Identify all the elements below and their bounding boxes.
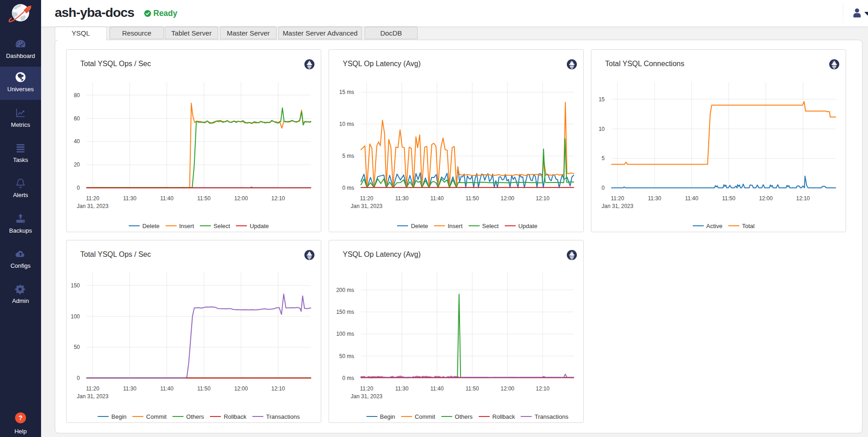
svg-text:12:00: 12:00 bbox=[234, 385, 248, 392]
svg-text:12:10: 12:10 bbox=[796, 195, 810, 202]
svg-text:150 ms: 150 ms bbox=[336, 309, 354, 315]
svg-text:11:40: 11:40 bbox=[160, 385, 173, 392]
svg-text:11:30: 11:30 bbox=[648, 195, 661, 202]
svg-text:50: 50 bbox=[74, 344, 80, 350]
svg-text:11:30: 11:30 bbox=[123, 385, 136, 392]
svg-text:12:10: 12:10 bbox=[536, 385, 549, 392]
svg-text:11:50: 11:50 bbox=[197, 385, 210, 392]
svg-text:15 ms: 15 ms bbox=[339, 89, 354, 95]
svg-text:60: 60 bbox=[74, 115, 80, 122]
svg-text:12:10: 12:10 bbox=[271, 195, 285, 202]
svg-text:11:20: 11:20 bbox=[360, 195, 373, 202]
svg-text:100 ms: 100 ms bbox=[336, 331, 354, 337]
svg-text:11:40: 11:40 bbox=[430, 385, 444, 392]
svg-text:20: 20 bbox=[74, 161, 80, 168]
svg-text:10 ms: 10 ms bbox=[339, 121, 354, 127]
svg-text:?: ? bbox=[19, 414, 23, 421]
svg-text:11:30: 11:30 bbox=[123, 195, 136, 202]
svg-text:12:00: 12:00 bbox=[501, 195, 514, 202]
svg-text:11:50: 11:50 bbox=[465, 195, 479, 202]
svg-text:100: 100 bbox=[71, 313, 80, 320]
svg-text:11:40: 11:40 bbox=[160, 195, 173, 202]
svg-text:Jan 31, 2023: Jan 31, 2023 bbox=[77, 393, 109, 400]
svg-text:11:40: 11:40 bbox=[430, 195, 444, 202]
svg-text:11:30: 11:30 bbox=[395, 385, 408, 392]
svg-text:0: 0 bbox=[77, 375, 80, 381]
svg-text:Jan 31, 2023: Jan 31, 2023 bbox=[601, 203, 633, 209]
svg-text:11:20: 11:20 bbox=[86, 195, 99, 202]
svg-text:12:10: 12:10 bbox=[271, 385, 285, 392]
svg-text:5: 5 bbox=[601, 155, 605, 161]
svg-text:40: 40 bbox=[74, 138, 80, 145]
svg-text:0 ms: 0 ms bbox=[342, 185, 354, 191]
svg-text:12:00: 12:00 bbox=[501, 385, 514, 392]
svg-text:0: 0 bbox=[601, 185, 605, 191]
svg-text:0: 0 bbox=[77, 185, 80, 191]
svg-text:12:00: 12:00 bbox=[234, 195, 248, 202]
svg-text:11:50: 11:50 bbox=[465, 385, 479, 392]
svg-text:11:40: 11:40 bbox=[685, 195, 698, 202]
svg-text:Jan 31, 2023: Jan 31, 2023 bbox=[351, 203, 383, 209]
svg-text:12:00: 12:00 bbox=[759, 195, 773, 202]
svg-text:150: 150 bbox=[71, 282, 80, 289]
svg-text:11:50: 11:50 bbox=[722, 195, 735, 202]
svg-text:Jan 31, 2023: Jan 31, 2023 bbox=[77, 203, 109, 209]
svg-text:Jan 31, 2023: Jan 31, 2023 bbox=[351, 393, 383, 400]
svg-text:11:20: 11:20 bbox=[611, 195, 624, 202]
svg-text:11:20: 11:20 bbox=[86, 385, 99, 392]
svg-text:0 ms: 0 ms bbox=[342, 375, 354, 381]
svg-text:50 ms: 50 ms bbox=[339, 353, 354, 359]
svg-text:80: 80 bbox=[74, 92, 80, 99]
svg-text:15: 15 bbox=[599, 96, 605, 103]
svg-text:5 ms: 5 ms bbox=[342, 153, 354, 159]
svg-text:11:30: 11:30 bbox=[395, 195, 408, 202]
svg-text:10: 10 bbox=[599, 126, 605, 132]
svg-text:200 ms: 200 ms bbox=[336, 287, 354, 293]
svg-text:11:20: 11:20 bbox=[360, 385, 373, 392]
svg-text:11:50: 11:50 bbox=[197, 195, 210, 202]
svg-text:12:10: 12:10 bbox=[536, 195, 549, 202]
